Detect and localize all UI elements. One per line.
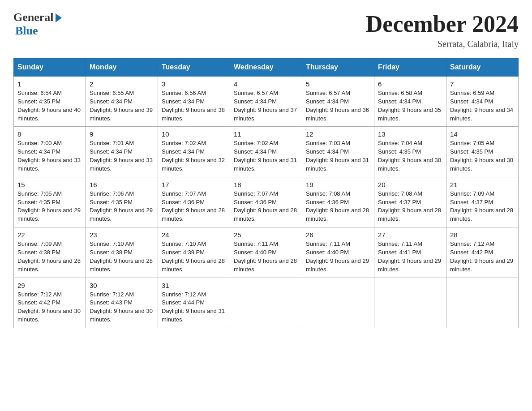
calendar-cell: 3Sunrise: 6:56 AMSunset: 4:34 PMDaylight…: [158, 76, 230, 127]
day-info: Sunrise: 7:00 AMSunset: 4:34 PMDaylight:…: [17, 140, 81, 172]
day-number: 26: [306, 231, 370, 239]
logo-blue-text: Blue: [15, 24, 38, 38]
day-number: 15: [17, 181, 82, 188]
calendar-cell: 31Sunrise: 7:12 AMSunset: 4:44 PMDayligh…: [158, 278, 230, 328]
day-number: 11: [234, 130, 298, 138]
col-saturday: Saturday: [446, 59, 519, 77]
day-info: Sunrise: 7:07 AMSunset: 4:36 PMDaylight:…: [234, 190, 297, 223]
day-info: Sunrise: 6:55 AMSunset: 4:34 PMDaylight:…: [90, 90, 153, 122]
day-number: 2: [90, 80, 154, 88]
calendar-cell: 28Sunrise: 7:12 AMSunset: 4:42 PMDayligh…: [446, 227, 519, 278]
day-info: Sunrise: 7:08 AMSunset: 4:36 PMDaylight:…: [306, 190, 369, 223]
col-tuesday: Tuesday: [158, 59, 230, 77]
calendar-cell: 30Sunrise: 7:12 AMSunset: 4:43 PMDayligh…: [86, 278, 158, 328]
day-info: Sunrise: 6:59 AMSunset: 4:34 PMDaylight:…: [450, 90, 513, 122]
calendar-cell: [446, 278, 519, 328]
day-info: Sunrise: 7:12 AMSunset: 4:42 PMDaylight:…: [17, 291, 81, 323]
day-info: Sunrise: 7:06 AMSunset: 4:35 PMDaylight:…: [90, 190, 153, 223]
day-number: 13: [378, 130, 442, 138]
calendar-cell: [302, 278, 374, 328]
calendar-cell: 15Sunrise: 7:05 AMSunset: 4:35 PMDayligh…: [14, 177, 86, 227]
calendar-table: Sunday Monday Tuesday Wednesday Thursday…: [13, 58, 519, 328]
day-number: 3: [162, 80, 226, 88]
day-info: Sunrise: 7:12 AMSunset: 4:42 PMDaylight:…: [450, 240, 513, 273]
calendar-cell: 17Sunrise: 7:07 AMSunset: 4:36 PMDayligh…: [158, 177, 230, 227]
calendar-cell: 9Sunrise: 7:01 AMSunset: 4:34 PMDaylight…: [86, 127, 158, 177]
calendar-cell: 18Sunrise: 7:07 AMSunset: 4:36 PMDayligh…: [230, 177, 302, 227]
day-number: 18: [234, 181, 298, 188]
calendar-cell: [230, 278, 302, 328]
calendar-cell: 29Sunrise: 7:12 AMSunset: 4:42 PMDayligh…: [14, 278, 86, 328]
calendar-cell: 4Sunrise: 6:57 AMSunset: 4:34 PMDaylight…: [230, 76, 302, 127]
logo: General Blue: [13, 11, 62, 38]
day-number: 1: [17, 80, 82, 88]
day-number: 27: [378, 231, 442, 239]
calendar-cell: 10Sunrise: 7:02 AMSunset: 4:34 PMDayligh…: [158, 127, 230, 177]
day-number: 29: [17, 282, 82, 289]
day-info: Sunrise: 6:57 AMSunset: 4:34 PMDaylight:…: [234, 90, 297, 122]
day-info: Sunrise: 7:11 AMSunset: 4:40 PMDaylight:…: [234, 240, 297, 273]
col-friday: Friday: [374, 59, 446, 77]
day-number: 8: [17, 130, 82, 138]
day-number: 19: [306, 181, 370, 188]
day-info: Sunrise: 7:12 AMSunset: 4:44 PMDaylight:…: [162, 291, 225, 323]
day-number: 28: [450, 231, 515, 239]
day-number: 14: [450, 130, 515, 138]
day-number: 7: [450, 80, 515, 88]
day-info: Sunrise: 7:11 AMSunset: 4:41 PMDaylight:…: [378, 240, 441, 273]
col-sunday: Sunday: [14, 59, 86, 77]
day-info: Sunrise: 7:09 AMSunset: 4:37 PMDaylight:…: [450, 190, 513, 223]
day-number: 10: [162, 130, 226, 138]
calendar-cell: 23Sunrise: 7:10 AMSunset: 4:38 PMDayligh…: [86, 227, 158, 278]
day-number: 12: [306, 130, 370, 138]
day-number: 21: [450, 181, 515, 188]
day-info: Sunrise: 7:08 AMSunset: 4:37 PMDaylight:…: [378, 190, 441, 223]
day-number: 22: [17, 231, 82, 239]
calendar-cell: [374, 278, 446, 328]
calendar-cell: 12Sunrise: 7:03 AMSunset: 4:34 PMDayligh…: [302, 127, 374, 177]
day-info: Sunrise: 7:10 AMSunset: 4:39 PMDaylight:…: [162, 240, 225, 273]
page-header: General Blue December 2024 Serrata, Cala…: [13, 11, 519, 49]
day-info: Sunrise: 7:09 AMSunset: 4:38 PMDaylight:…: [17, 240, 81, 273]
day-number: 31: [162, 282, 226, 289]
day-info: Sunrise: 7:05 AMSunset: 4:35 PMDaylight:…: [450, 140, 513, 172]
day-info: Sunrise: 7:11 AMSunset: 4:40 PMDaylight:…: [306, 240, 369, 273]
calendar-cell: 24Sunrise: 7:10 AMSunset: 4:39 PMDayligh…: [158, 227, 230, 278]
day-info: Sunrise: 7:10 AMSunset: 4:38 PMDaylight:…: [90, 240, 153, 273]
day-info: Sunrise: 6:57 AMSunset: 4:34 PMDaylight:…: [306, 90, 369, 122]
day-info: Sunrise: 7:12 AMSunset: 4:43 PMDaylight:…: [90, 291, 153, 323]
calendar-cell: 26Sunrise: 7:11 AMSunset: 4:40 PMDayligh…: [302, 227, 374, 278]
day-info: Sunrise: 7:01 AMSunset: 4:34 PMDaylight:…: [90, 140, 153, 172]
calendar-header-row: Sunday Monday Tuesday Wednesday Thursday…: [14, 59, 519, 77]
calendar-cell: 22Sunrise: 7:09 AMSunset: 4:38 PMDayligh…: [14, 227, 86, 278]
calendar-cell: 19Sunrise: 7:08 AMSunset: 4:36 PMDayligh…: [302, 177, 374, 227]
calendar-week-row: 15Sunrise: 7:05 AMSunset: 4:35 PMDayligh…: [14, 177, 519, 227]
col-thursday: Thursday: [302, 59, 374, 77]
calendar-cell: 21Sunrise: 7:09 AMSunset: 4:37 PMDayligh…: [446, 177, 519, 227]
calendar-week-row: 29Sunrise: 7:12 AMSunset: 4:42 PMDayligh…: [14, 278, 519, 328]
day-info: Sunrise: 6:56 AMSunset: 4:34 PMDaylight:…: [162, 90, 225, 122]
month-title: December 2024: [366, 11, 519, 37]
calendar-week-row: 22Sunrise: 7:09 AMSunset: 4:38 PMDayligh…: [14, 227, 519, 278]
col-monday: Monday: [86, 59, 158, 77]
logo-arrow-icon: [56, 13, 62, 22]
calendar-cell: 13Sunrise: 7:04 AMSunset: 4:35 PMDayligh…: [374, 127, 446, 177]
day-number: 9: [90, 130, 154, 138]
day-info: Sunrise: 6:54 AMSunset: 4:35 PMDaylight:…: [17, 90, 81, 122]
day-number: 17: [162, 181, 226, 188]
day-info: Sunrise: 6:58 AMSunset: 4:34 PMDaylight:…: [378, 90, 441, 122]
calendar-week-row: 8Sunrise: 7:00 AMSunset: 4:34 PMDaylight…: [14, 127, 519, 177]
day-number: 30: [90, 282, 154, 289]
day-number: 24: [162, 231, 226, 239]
day-number: 23: [90, 231, 154, 239]
day-number: 20: [378, 181, 442, 188]
day-number: 16: [90, 181, 154, 188]
logo-general-text: General: [13, 11, 54, 24]
calendar-cell: 6Sunrise: 6:58 AMSunset: 4:34 PMDaylight…: [374, 76, 446, 127]
calendar-cell: 25Sunrise: 7:11 AMSunset: 4:40 PMDayligh…: [230, 227, 302, 278]
day-info: Sunrise: 7:03 AMSunset: 4:34 PMDaylight:…: [306, 140, 369, 172]
day-info: Sunrise: 7:05 AMSunset: 4:35 PMDaylight:…: [17, 190, 81, 223]
calendar-cell: 11Sunrise: 7:02 AMSunset: 4:34 PMDayligh…: [230, 127, 302, 177]
calendar-cell: 1Sunrise: 6:54 AMSunset: 4:35 PMDaylight…: [14, 76, 86, 127]
day-info: Sunrise: 7:07 AMSunset: 4:36 PMDaylight:…: [162, 190, 225, 223]
